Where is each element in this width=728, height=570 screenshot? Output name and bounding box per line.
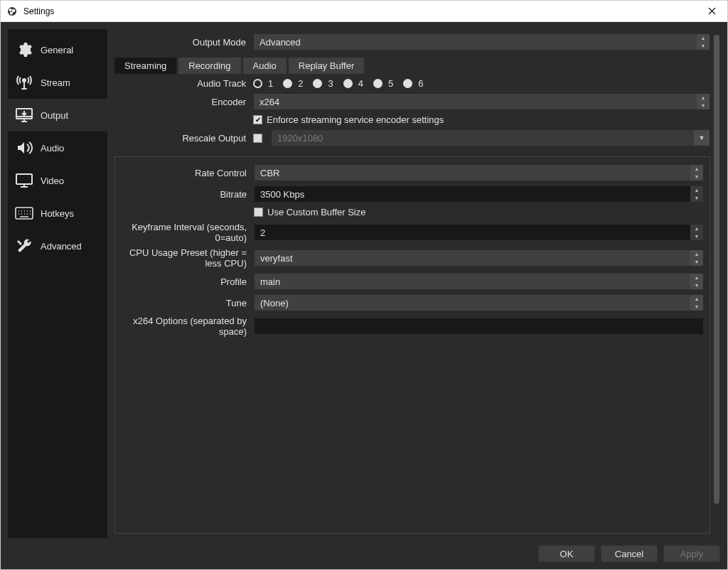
audio-track-4[interactable]: 4 bbox=[343, 78, 363, 89]
tools-icon bbox=[15, 237, 33, 255]
profile-label: Profile bbox=[115, 276, 254, 287]
updown-icon: ▲▼ bbox=[690, 186, 703, 202]
tab-replay-buffer[interactable]: Replay Buffer bbox=[289, 58, 365, 74]
output-mode-select[interactable]: Advanced ▲▼ bbox=[253, 33, 710, 50]
radio-icon bbox=[313, 79, 322, 88]
updown-icon: ▲▼ bbox=[690, 225, 703, 240]
updown-icon: ▲▼ bbox=[690, 295, 703, 311]
sidebar-item-label: General bbox=[41, 45, 73, 55]
keyframe-row: Keyframe Interval (seconds, 0=auto) 2 ▲▼ bbox=[115, 222, 704, 243]
settings-window: Settings General Stream bbox=[0, 0, 728, 570]
tune-select[interactable]: (None) ▲▼ bbox=[254, 294, 704, 311]
titlebar: Settings bbox=[1, 1, 727, 22]
monitor-icon bbox=[15, 171, 33, 190]
content-scrollbar[interactable] bbox=[713, 33, 720, 534]
sidebar-item-label: Advanced bbox=[41, 241, 82, 252]
audio-track-3[interactable]: 3 bbox=[313, 78, 333, 89]
rescale-row: Rescale Output 1920x1080 ▼ bbox=[114, 129, 710, 146]
rate-control-select[interactable]: CBR ▲▼ bbox=[254, 164, 704, 181]
custom-buffer-checkbox[interactable] bbox=[254, 208, 263, 217]
rescale-select[interactable]: 1920x1080 ▼ bbox=[271, 129, 710, 146]
tab-audio[interactable]: Audio bbox=[243, 58, 287, 74]
sidebar-item-label: Stream bbox=[41, 77, 70, 88]
sidebar-item-label: Audio bbox=[41, 143, 64, 154]
sidebar-item-hotkeys[interactable]: Hotkeys bbox=[8, 197, 107, 230]
audio-track-5[interactable]: 5 bbox=[373, 78, 393, 89]
audio-track-label: Audio Track bbox=[114, 78, 253, 89]
sidebar-item-label: Output bbox=[41, 110, 68, 121]
updown-icon: ▲▼ bbox=[697, 34, 710, 50]
encoder-select[interactable]: x264 ▲▼ bbox=[253, 93, 710, 110]
cpu-preset-select[interactable]: veryfast ▲▼ bbox=[254, 249, 704, 267]
content-area: Output Mode Advanced ▲▼ Streaming Record… bbox=[107, 29, 720, 538]
keyframe-label: Keyframe Interval (seconds, 0=auto) bbox=[115, 222, 254, 243]
output-tabs: Streaming Recording Audio Replay Buffer bbox=[114, 58, 710, 74]
enforce-label: Enforce streaming service encoder settin… bbox=[267, 114, 444, 125]
scrollbar-thumb[interactable] bbox=[714, 35, 719, 504]
radio-icon bbox=[253, 79, 262, 88]
svg-point-3 bbox=[10, 11, 13, 14]
rescale-checkbox[interactable] bbox=[253, 134, 262, 143]
updown-icon: ▲▼ bbox=[690, 250, 703, 266]
profile-select[interactable]: main ▲▼ bbox=[254, 273, 704, 290]
sidebar: General Stream Output bbox=[8, 29, 107, 538]
svg-point-1 bbox=[9, 9, 12, 11]
audio-track-2[interactable]: 2 bbox=[283, 78, 303, 89]
output-mode-row: Output Mode Advanced ▲▼ bbox=[114, 33, 710, 50]
cpu-preset-row: CPU Usage Preset (higher = less CPU) ver… bbox=[115, 247, 704, 269]
audio-track-row: Audio Track 1 2 3 4 5 6 bbox=[114, 78, 710, 89]
custom-buffer-row: Use Custom Buffer Size bbox=[115, 207, 704, 217]
cpu-preset-label: CPU Usage Preset (higher = less CPU) bbox=[115, 247, 254, 269]
rescale-label: Rescale Output bbox=[114, 133, 253, 144]
cancel-button[interactable]: Cancel bbox=[601, 545, 658, 562]
tab-recording[interactable]: Recording bbox=[178, 58, 240, 74]
sidebar-item-audio[interactable]: Audio bbox=[8, 131, 107, 164]
encoder-label: Encoder bbox=[114, 97, 253, 107]
output-mode-label: Output Mode bbox=[114, 37, 253, 48]
radio-icon bbox=[403, 79, 412, 88]
sidebar-item-output[interactable]: Output bbox=[8, 99, 107, 131]
rate-control-row: Rate Control CBR ▲▼ bbox=[115, 164, 704, 181]
window-title: Settings bbox=[23, 6, 702, 16]
window-body: General Stream Output bbox=[1, 22, 727, 569]
radio-icon bbox=[343, 79, 353, 88]
sidebar-item-label: Video bbox=[41, 176, 64, 186]
encoder-settings-group: Rate Control CBR ▲▼ Bitrate bbox=[114, 156, 710, 534]
sidebar-item-advanced[interactable]: Advanced bbox=[8, 230, 107, 262]
x264-options-row: x264 Options (separated by space) bbox=[115, 316, 704, 337]
custom-buffer-label: Use Custom Buffer Size bbox=[267, 207, 365, 217]
bitrate-label: Bitrate bbox=[115, 189, 254, 200]
svg-rect-6 bbox=[16, 174, 32, 184]
sidebar-item-label: Hotkeys bbox=[41, 208, 74, 219]
svg-point-2 bbox=[12, 9, 16, 12]
sidebar-item-stream[interactable]: Stream bbox=[8, 66, 107, 99]
antenna-icon bbox=[15, 73, 33, 92]
updown-icon: ▲▼ bbox=[690, 165, 703, 181]
tab-streaming[interactable]: Streaming bbox=[114, 58, 176, 74]
apply-button[interactable]: Apply bbox=[663, 545, 720, 562]
radio-icon bbox=[283, 79, 292, 88]
close-button[interactable] bbox=[702, 7, 722, 15]
enforce-checkbox[interactable]: ✔ bbox=[253, 115, 262, 124]
sidebar-item-video[interactable]: Video bbox=[8, 164, 107, 197]
enforce-row: ✔ Enforce streaming service encoder sett… bbox=[114, 114, 710, 125]
chevron-down-icon: ▼ bbox=[694, 130, 710, 146]
sidebar-item-general[interactable]: General bbox=[8, 33, 107, 66]
updown-icon: ▲▼ bbox=[690, 274, 703, 289]
bitrate-row: Bitrate 3500 Kbps ▲▼ bbox=[115, 185, 704, 203]
footer-buttons: OK Cancel Apply bbox=[8, 538, 720, 562]
app-icon bbox=[6, 6, 18, 17]
tune-row: Tune (None) ▲▼ bbox=[115, 294, 704, 311]
radio-icon bbox=[373, 79, 382, 88]
audio-track-6[interactable]: 6 bbox=[403, 78, 423, 89]
bitrate-input[interactable]: 3500 Kbps ▲▼ bbox=[254, 185, 704, 203]
x264-options-label: x264 Options (separated by space) bbox=[115, 316, 254, 337]
speaker-icon bbox=[15, 139, 33, 157]
encoder-row: Encoder x264 ▲▼ bbox=[114, 93, 710, 110]
keyframe-input[interactable]: 2 ▲▼ bbox=[254, 224, 704, 241]
audio-track-1[interactable]: 1 bbox=[253, 78, 273, 89]
profile-row: Profile main ▲▼ bbox=[115, 273, 704, 290]
updown-icon: ▲▼ bbox=[697, 94, 710, 109]
x264-options-input[interactable] bbox=[254, 318, 704, 335]
ok-button[interactable]: OK bbox=[538, 545, 595, 562]
